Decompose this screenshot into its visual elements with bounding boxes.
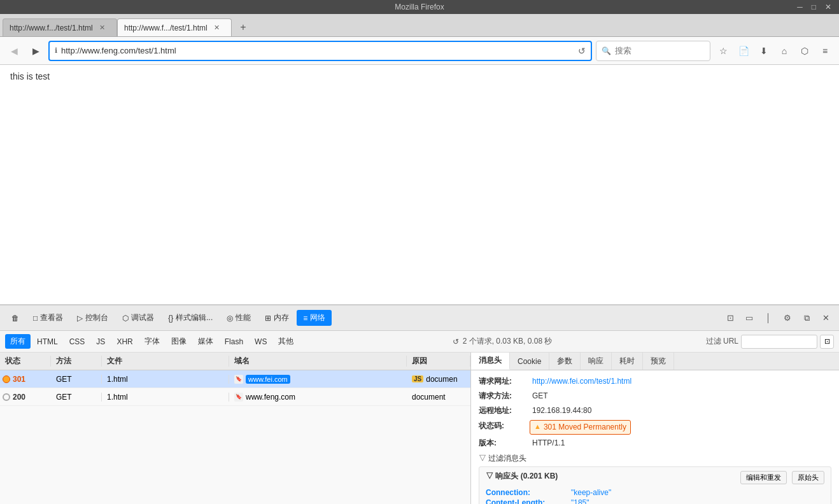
memory-btn[interactable]: ⊞ 内存 xyxy=(258,310,295,326)
filter-js-btn[interactable]: JS xyxy=(91,335,110,348)
network-expand-btn[interactable]: ⊡ xyxy=(820,335,834,349)
console-icon: ▷ xyxy=(77,314,83,323)
tab-1[interactable]: http://www.f.../test/1.html ✕ xyxy=(3,18,117,36)
forward-btn[interactable]: ▶ xyxy=(27,42,45,60)
detail-version: 版本: HTTP/1.1 xyxy=(479,437,831,449)
filter-section[interactable]: ▽ 过滤消息头 xyxy=(479,453,831,464)
resend-btn[interactable]: 编辑和重发 xyxy=(740,471,787,484)
detail-request-method: 请求方法: GET xyxy=(479,390,831,402)
raw-btn[interactable]: 原始头 xyxy=(792,471,824,484)
home-btn[interactable]: ⌂ xyxy=(775,42,793,60)
request-url-value: http://www.fei.com/test/1.html xyxy=(532,375,631,388)
maximize-btn[interactable]: □ xyxy=(809,3,819,11)
url-bar: ℹ ↺ xyxy=(48,41,592,61)
details-panel: 消息头 Cookie 参数 响应 耗时 预览 请求网址: http://www.… xyxy=(471,353,839,504)
search-input[interactable] xyxy=(615,46,722,55)
devtools-dock-btn[interactable]: ⊡ xyxy=(722,310,738,326)
new-tab-btn[interactable]: + xyxy=(234,20,252,35)
cause-cell-1: JS documen xyxy=(407,375,470,384)
titlebar-title: Mozilla Firefox xyxy=(395,3,444,11)
lock-icon: ℹ xyxy=(55,46,57,55)
remote-addr-label: 远程地址: xyxy=(479,405,530,417)
tab-timing[interactable]: 耗时 xyxy=(612,353,643,370)
performance-btn[interactable]: ◎ 性能 xyxy=(220,310,257,326)
resp-content-length: Content-Length: "185" xyxy=(486,498,824,504)
debugger-btn[interactable]: ⬡ 调试器 xyxy=(116,310,160,326)
debugger-label: 调试器 xyxy=(131,312,154,323)
styles-btn[interactable]: {} 样式编辑... xyxy=(162,310,219,326)
domain-value-2: www.feng.com xyxy=(246,393,295,402)
cause-value-2: document xyxy=(412,393,446,402)
filter-html-btn[interactable]: HTML xyxy=(32,335,63,348)
tab-preview[interactable]: 预览 xyxy=(643,353,674,370)
console-btn[interactable]: ▷ 控制台 xyxy=(71,310,115,326)
status-code-value: 301 Moved Permanently xyxy=(544,421,626,433)
resp-connection-label: Connection: xyxy=(486,488,568,497)
reading-btn[interactable]: 📄 xyxy=(735,42,752,60)
domain-cell-1: 🔖 www.fei.com xyxy=(229,375,407,384)
memory-icon: ⊞ xyxy=(265,314,271,323)
filter-other-btn[interactable]: 其他 xyxy=(273,334,299,349)
col-domain: 域名 xyxy=(229,356,407,367)
filter-css-btn[interactable]: CSS xyxy=(64,335,90,348)
status-value-1: 301 xyxy=(13,375,25,384)
filter-url-container: 过滤 URL ⊡ xyxy=(706,335,834,349)
col-status: 状态 xyxy=(0,356,51,367)
clear-btn[interactable]: 🗑 xyxy=(5,311,25,325)
file-cell-2: 1.html xyxy=(102,393,229,402)
col-file: 文件 xyxy=(102,356,229,367)
filter-xhr-btn[interactable]: XHR xyxy=(111,335,137,348)
pocket-btn[interactable]: ⬡ xyxy=(796,42,814,60)
resp-connection-value: "keep-alive" xyxy=(571,488,611,497)
menu-btn[interactable]: ≡ xyxy=(816,42,834,60)
filter-images-btn[interactable]: 图像 xyxy=(166,334,192,349)
inspector-icon: □ xyxy=(33,314,38,323)
tab-2[interactable]: http://www.f.../test/1.html ✕ xyxy=(117,18,232,36)
devtools: 🗑 □ 查看器 ▷ 控制台 ⬡ 调试器 {} 样式编辑... ◎ 性能 ⊞ 内存… xyxy=(0,304,839,504)
devtools-undock-btn[interactable]: ▭ xyxy=(741,310,758,326)
url-input[interactable] xyxy=(61,46,574,55)
inspector-btn[interactable]: □ 查看器 xyxy=(27,310,69,326)
network-icon: ≡ xyxy=(303,314,307,323)
devtools-close-btn[interactable]: ✕ xyxy=(817,310,834,326)
titlebar-controls: ─ □ ✕ xyxy=(794,3,834,11)
devtools-settings-btn[interactable]: ⚙ xyxy=(779,310,796,326)
filter-flash-btn[interactable]: Flash xyxy=(220,335,248,348)
back-btn[interactable]: ◀ xyxy=(5,42,23,60)
network-label: 网络 xyxy=(310,312,325,323)
inspector-label: 查看器 xyxy=(40,312,63,323)
tab-response[interactable]: 响应 xyxy=(581,353,612,370)
filter-ws-btn[interactable]: WS xyxy=(250,335,272,348)
download-btn[interactable]: ⬇ xyxy=(755,42,773,60)
request-list-header: 状态 方法 文件 域名 原因 xyxy=(0,353,470,370)
navbar: ◀ ▶ ℹ ↺ 🔍 ☆ 📄 ⬇ ⌂ ⬡ ≡ xyxy=(0,37,839,65)
table-row[interactable]: 301 GET 1.html 🔖 www.fei.com JS documen xyxy=(0,370,470,388)
close-btn[interactable]: ✕ xyxy=(822,3,834,11)
network-btn[interactable]: ≡ 网络 xyxy=(297,310,332,326)
tab-2-close[interactable]: ✕ xyxy=(214,24,220,32)
minimize-btn[interactable]: ─ xyxy=(794,3,805,11)
filter-fonts-btn[interactable]: 字体 xyxy=(139,334,165,349)
filter-url-input[interactable] xyxy=(741,335,817,349)
tab-params[interactable]: 参数 xyxy=(549,353,581,370)
method-cell-1: GET xyxy=(51,375,102,384)
devtools-toolbar: 🗑 □ 查看器 ▷ 控制台 ⬡ 调试器 {} 样式编辑... ◎ 性能 ⊞ 内存… xyxy=(0,305,839,331)
cause-cell-2: document xyxy=(407,393,470,402)
bookmark-btn[interactable]: ☆ xyxy=(714,42,732,60)
tab-2-label: http://www.f.../test/1.html xyxy=(124,24,208,32)
search-bar: 🔍 xyxy=(596,41,710,61)
tab-1-close[interactable]: ✕ xyxy=(99,24,105,32)
filter-all-btn[interactable]: 所有 xyxy=(5,334,31,349)
devtools-popout-btn[interactable]: ⧉ xyxy=(798,310,815,326)
col-cause: 原因 xyxy=(407,356,470,367)
devtools-split-btn[interactable]: │ xyxy=(760,310,777,326)
reload-btn[interactable]: ↺ xyxy=(578,46,586,56)
tab-message-head[interactable]: 消息头 xyxy=(471,353,510,370)
details-tabs: 消息头 Cookie 参数 响应 耗时 预览 xyxy=(471,353,839,370)
devtools-right-btns: ⊡ ▭ │ ⚙ ⧉ ✕ xyxy=(722,310,834,326)
table-row[interactable]: 200 GET 1.html 🔖 www.feng.com document xyxy=(0,388,470,406)
tab-cookie[interactable]: Cookie xyxy=(510,353,549,370)
status-warn-icon xyxy=(3,375,10,383)
titlebar: Mozilla Firefox ─ □ ✕ xyxy=(0,0,839,14)
filter-media-btn[interactable]: 媒体 xyxy=(193,334,218,349)
